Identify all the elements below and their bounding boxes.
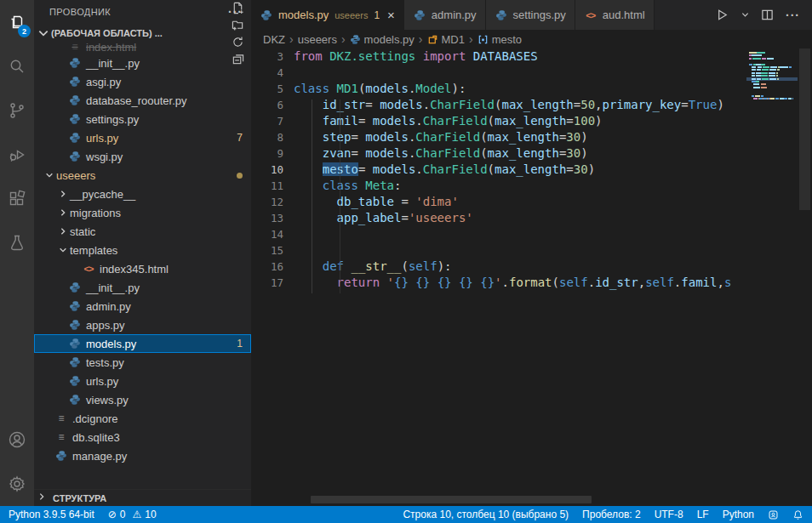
new-file-icon[interactable]: [229, 0, 246, 16]
tree-item-index-html[interactable]: ≡index.html: [34, 43, 251, 54]
breadcrumb-item-useeers[interactable]: useeers: [298, 33, 337, 46]
tab-settings-py[interactable]: settings.py: [486, 0, 575, 30]
tree-item-templates[interactable]: templates: [34, 241, 251, 259]
code-line-5[interactable]: 5class MD1(models.Model):: [251, 81, 798, 97]
tree-item-label: manage.py: [72, 450, 127, 463]
code-line-9[interactable]: 9 zvan= models.CharField(max_length=30): [251, 145, 798, 162]
problems[interactable]: ⊘0⚠10: [108, 509, 157, 520]
testing-icon[interactable]: [0, 221, 34, 265]
tree-item-wsgi-py[interactable]: wsgi.py: [34, 147, 251, 166]
explorer-icon[interactable]: 2: [0, 0, 34, 44]
bell-icon[interactable]: [792, 509, 803, 520]
tree-item-badge: 1: [237, 338, 243, 350]
tab-label: models.py: [278, 9, 329, 21]
feedback-icon[interactable]: [768, 509, 779, 520]
close-icon[interactable]: ×: [387, 9, 395, 21]
code-line-12[interactable]: 12 db_table = 'dima': [251, 194, 798, 210]
vertical-scrollbar[interactable]: [798, 48, 812, 496]
code-line-3[interactable]: 3from DKZ.settings import DATABASES: [251, 48, 798, 65]
tree-item-label: __init__.py: [86, 57, 140, 70]
source-control-icon[interactable]: [0, 88, 34, 133]
breadcrumb-item-md1[interactable]: MD1: [427, 33, 465, 46]
split-editor-icon[interactable]: [761, 9, 774, 21]
code-line-11[interactable]: 11 class Meta:: [251, 178, 798, 194]
line-number: 4: [251, 66, 294, 79]
line-number: 6: [251, 99, 294, 111]
tree-item-database-roouter-py[interactable]: database_roouter.py: [34, 91, 251, 110]
tree-item-label: settings.py: [86, 113, 139, 126]
breadcrumb-item-models-py[interactable]: models.py: [350, 33, 415, 46]
tab-badge: 1: [374, 9, 380, 21]
breadcrumb-item-mesto[interactable]: mesto: [477, 33, 522, 46]
tree-item-label: __pycache__: [70, 188, 135, 201]
tree-item-index345-html[interactable]: <>index345.html: [34, 259, 251, 278]
code-line-7[interactable]: 7 famil= models.CharField(max_length=100…: [251, 113, 798, 129]
run-icon[interactable]: [715, 8, 729, 22]
minimap[interactable]: [746, 48, 798, 219]
tree-item--init-py[interactable]: __init__.py: [34, 54, 251, 72]
account-icon[interactable]: [0, 418, 34, 462]
chevron-down-icon: [56, 243, 70, 257]
extensions-icon[interactable]: [0, 177, 34, 221]
editor-group: models.pyuseeers1×admin.pysettings.py<>a…: [251, 0, 812, 506]
code-line-13[interactable]: 13 app_label='useeers': [251, 210, 798, 226]
code-line-14[interactable]: 14: [251, 226, 798, 242]
python-file-icon: [413, 9, 426, 22]
tree-item--pycache-[interactable]: __pycache__: [34, 185, 251, 203]
tree-item--init-py[interactable]: __init__.py: [34, 278, 251, 297]
tree-item-label: .dcignore: [72, 412, 117, 425]
indentation[interactable]: Пробелов: 2: [582, 509, 641, 520]
code-line-15[interactable]: 15: [251, 242, 798, 259]
tree-item-asgi-py[interactable]: asgi.py: [34, 72, 251, 91]
outline-section-header[interactable]: СТРУКТУРА: [34, 489, 251, 506]
python-version[interactable]: Python 3.9.5 64-bit: [9, 509, 94, 520]
settings-gear-icon[interactable]: [0, 462, 34, 506]
tree-item-urls-py[interactable]: urls.py: [34, 372, 251, 390]
python-file-icon: [68, 131, 82, 145]
tree-item-label: asgi.py: [86, 76, 121, 88]
run-dropdown-icon[interactable]: [741, 11, 749, 19]
tree-item-useeers[interactable]: useeers: [34, 166, 251, 185]
tree-item-settings-py[interactable]: settings.py: [34, 110, 251, 128]
breadcrumb-separator: ›: [287, 32, 296, 46]
tree-item-manage-py[interactable]: manage.py: [34, 446, 251, 465]
tree-item-apps-py[interactable]: apps.py: [34, 316, 251, 334]
tree-item-admin-py[interactable]: admin.py: [34, 297, 251, 316]
chevron-right-icon: [56, 206, 70, 219]
search-icon[interactable]: [0, 44, 34, 88]
code-line-10[interactable]: 10 mesto= models.CharField(max_length=30…: [251, 162, 798, 178]
breadcrumb: DKZ›useeers›models.py›MD1›mesto: [251, 30, 812, 48]
encoding[interactable]: UTF-8: [655, 509, 683, 520]
tree-item-label: index345.html: [100, 263, 169, 276]
eol[interactable]: LF: [697, 509, 709, 520]
tree-item-label: urls.py: [86, 132, 118, 145]
code-editor[interactable]: 3from DKZ.settings import DATABASES45cla…: [251, 48, 798, 496]
tree-item-models-py[interactable]: models.py1: [34, 334, 251, 353]
tree-item-views-py[interactable]: views.py: [34, 390, 251, 409]
cursor-position[interactable]: Строка 10, столбец 10 (выбрано 5): [403, 509, 569, 520]
language-mode[interactable]: Python: [723, 509, 754, 520]
tree-item-migrations[interactable]: migrations: [34, 203, 251, 222]
horizontal-scrollbar[interactable]: [311, 496, 592, 503]
more-actions-icon[interactable]: ···: [786, 9, 800, 22]
code-line-8[interactable]: 8 step= models.CharField(max_length=30): [251, 129, 798, 145]
code-line-17[interactable]: 17 return '{} {} {} {} {}'.format(self.i…: [251, 275, 798, 291]
tab-admin-py[interactable]: admin.py: [404, 0, 486, 30]
workspace-section-header[interactable]: (РАБОЧАЯ ОБЛАСТЬ) ...: [34, 24, 251, 43]
new-folder-icon[interactable]: [229, 16, 246, 33]
tab-aud-html[interactable]: <>aud.html: [575, 0, 655, 30]
python-file-icon: [68, 56, 82, 70]
tree-item-urls-py[interactable]: urls.py7: [34, 128, 251, 147]
run-debug-icon[interactable]: [0, 133, 34, 177]
breadcrumb-item-dkz[interactable]: DKZ: [263, 33, 285, 46]
tab-models-py[interactable]: models.pyuseeers1×: [251, 0, 404, 30]
code-line-6[interactable]: 6 id_str= models.CharField(max_length=50…: [251, 97, 798, 113]
generic-file-icon: ≡: [54, 412, 68, 425]
code-line-4[interactable]: 4: [251, 65, 798, 81]
code-line-16[interactable]: 16 def __str__(self):: [251, 259, 798, 275]
tree-item-static[interactable]: static: [34, 222, 251, 241]
tree-item--dcignore[interactable]: ≡.dcignore: [34, 409, 251, 428]
tree-item-tests-py[interactable]: tests.py: [34, 353, 251, 372]
tree-item-db-sqlite3[interactable]: ≡db.sqlite3: [34, 428, 251, 446]
python-file-icon: [68, 374, 82, 388]
